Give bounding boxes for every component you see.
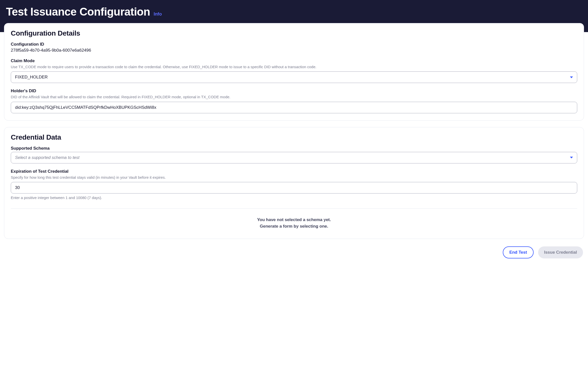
- expiration-help: Specify for how long this test credentia…: [11, 175, 577, 180]
- configuration-id-label: Configuration ID: [11, 42, 577, 47]
- expiration-input[interactable]: [11, 182, 577, 194]
- claim-mode-selected-value: FIXED_HOLDER: [15, 75, 48, 80]
- supported-schema-placeholder: Select a supported schema to test: [15, 155, 79, 160]
- empty-state-line-2: Generate a form by selecting one.: [11, 223, 577, 230]
- page-title: Test Issuance Configuration: [6, 6, 150, 18]
- credential-data-heading: Credential Data: [11, 133, 577, 141]
- expiration-hint: Enter a positive integer between 1 and 1…: [11, 196, 577, 200]
- claim-mode-select[interactable]: FIXED_HOLDER: [11, 71, 577, 83]
- credential-data-card: Credential Data Supported Schema Select …: [4, 127, 584, 239]
- empty-state-line-1: You have not selected a schema yet.: [11, 217, 577, 223]
- supported-schema-field: Supported Schema Select a supported sche…: [11, 146, 577, 163]
- claim-mode-label: Claim Mode: [11, 58, 577, 63]
- configuration-id-value: 278f5a59-4b70-4a95-9b0a-6007e6a62496: [11, 48, 577, 53]
- holder-did-input[interactable]: [11, 102, 577, 113]
- supported-schema-select[interactable]: Select a supported schema to test: [11, 152, 577, 163]
- supported-schema-label: Supported Schema: [11, 146, 577, 151]
- schema-empty-state: You have not selected a schema yet. Gene…: [11, 216, 577, 232]
- expiration-field: Expiration of Test Credential Specify fo…: [11, 169, 577, 200]
- configuration-details-card: Configuration Details Configuration ID 2…: [4, 23, 584, 121]
- claim-mode-help: Use TX_CODE mode to require users to pro…: [11, 64, 577, 69]
- configuration-details-heading: Configuration Details: [11, 29, 577, 37]
- expiration-label: Expiration of Test Credential: [11, 169, 577, 174]
- holder-did-help: DID of the Affinidi Vault that will be a…: [11, 94, 577, 100]
- configuration-id-field: Configuration ID 278f5a59-4b70-4a95-9b0a…: [11, 42, 577, 53]
- info-link[interactable]: Info: [154, 12, 162, 17]
- end-test-button[interactable]: End Test: [503, 246, 534, 258]
- holder-did-field: Holder's DID DID of the Affinidi Vault t…: [11, 88, 577, 113]
- holder-did-label: Holder's DID: [11, 88, 577, 93]
- divider: [11, 208, 577, 209]
- footer-actions: End Test Issue Credential: [0, 245, 588, 265]
- chevron-down-icon: [570, 76, 573, 78]
- claim-mode-field: Claim Mode Use TX_CODE mode to require u…: [11, 58, 577, 83]
- issue-credential-button[interactable]: Issue Credential: [538, 246, 583, 258]
- chevron-down-icon: [570, 157, 573, 158]
